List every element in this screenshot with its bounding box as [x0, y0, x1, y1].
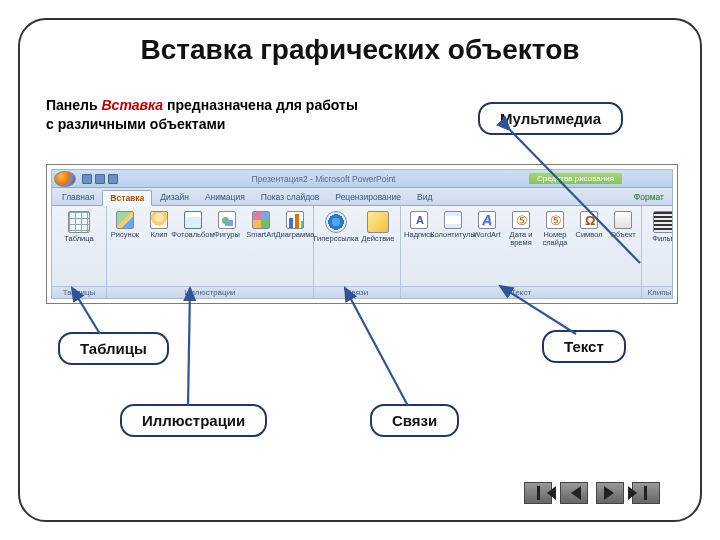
ribbon-btn-Фотоальбом[interactable]: Фотоальбом: [177, 209, 209, 240]
ribbon-btn-Таблица[interactable]: Таблица: [54, 209, 104, 244]
ribbon-btn-Символ[interactable]: Символ: [573, 209, 605, 240]
btn-label: Фильм: [652, 235, 673, 243]
tab-анимация[interactable]: Анимация: [197, 189, 253, 205]
callout-tables: Таблицы: [58, 332, 169, 365]
tab-главная[interactable]: Главная: [54, 189, 102, 205]
context-tab-label: Средства рисования: [529, 173, 622, 184]
album-icon: [184, 211, 202, 229]
group-label: Иллюстрации: [107, 286, 313, 298]
nav-last-button[interactable]: [632, 482, 660, 504]
group-Связи: ГиперссылкаДействиеСвязи: [314, 206, 401, 298]
tab-дизайн[interactable]: Дизайн: [152, 189, 197, 205]
tab-показ слайдов[interactable]: Показ слайдов: [253, 189, 328, 205]
group-label: Таблицы: [52, 286, 106, 298]
smart-icon: [252, 211, 270, 229]
callout-text: Текст: [542, 330, 626, 363]
group-Иллюстрации: РисунокКлипФотоальбомФигурыSmartArtДиагр…: [107, 206, 314, 298]
btn-label: Объект: [610, 231, 636, 239]
group-label: Связи: [314, 286, 400, 298]
ribbon-btn-Гиперссылка[interactable]: Гиперссылка: [316, 209, 356, 244]
ribbon-btn-WordArt[interactable]: WordArt: [471, 209, 503, 240]
ribbon-groups: ТаблицаТаблицыРисунокКлипФотоальбомФигур…: [52, 206, 672, 298]
ribbon-btn-Объект[interactable]: Объект: [607, 209, 639, 240]
nav-prev-button[interactable]: [560, 482, 588, 504]
film-icon: [653, 211, 673, 233]
nav-buttons: [524, 482, 660, 504]
btn-label: Действие: [362, 235, 395, 243]
slide-description: Панель Вставка предназначена для работы …: [46, 96, 366, 134]
callout-multimedia: Мультимедиа: [478, 102, 623, 135]
btn-label: Таблица: [64, 235, 93, 243]
slide-title: Вставка графических объектов: [20, 34, 700, 66]
callout-illustrations: Иллюстрации: [120, 404, 267, 437]
btn-label: Диаграмма: [276, 231, 315, 239]
link-icon: [325, 211, 347, 233]
obj-icon: [614, 211, 632, 229]
btn-label: WordArt: [473, 231, 500, 239]
group-Клипы мультимедиа: ФильмЗвукКлипы мультимедиа: [642, 206, 673, 298]
btn-label: Фигуры: [214, 231, 240, 239]
textbox-icon: [410, 211, 428, 229]
ribbon-btn-Номер слайда[interactable]: Номер слайда: [539, 209, 571, 248]
group-Таблицы: ТаблицаТаблицы: [52, 206, 107, 298]
pic-icon: [116, 211, 134, 229]
ribbon-btn-Действие[interactable]: Действие: [358, 209, 398, 244]
tab-формат[interactable]: Формат: [626, 189, 672, 205]
ribbon-btn-Фильм[interactable]: Фильм: [644, 209, 673, 244]
action-icon: [367, 211, 389, 233]
btn-label: Символ: [575, 231, 602, 239]
btn-label: Рисунок: [111, 231, 139, 239]
wordart-icon: [478, 211, 496, 229]
btn-label: SmartArt: [246, 231, 276, 239]
titlebar: Презентация2 - Microsoft PowerPoint Сред…: [52, 170, 672, 188]
group-label: Текст: [401, 286, 641, 298]
btn-label: Номер слайда: [540, 231, 570, 247]
svg-line-4: [345, 288, 408, 406]
btn-label: Колонтитулы: [430, 231, 476, 239]
btn-label: Дата и время: [506, 231, 536, 247]
group-Текст: НадписьКолонтитулыWordArtДата и времяНом…: [401, 206, 642, 298]
ribbon-btn-Фигуры[interactable]: Фигуры: [211, 209, 243, 240]
date-icon: [546, 211, 564, 229]
sym-icon: [580, 211, 598, 229]
group-label: Клипы мультимедиа: [642, 286, 673, 298]
tab-вставка[interactable]: Вставка: [102, 190, 152, 206]
ribbon-btn-Колонтитулы[interactable]: Колонтитулы: [437, 209, 469, 240]
office-button-icon[interactable]: [54, 171, 76, 187]
clip-icon: [150, 211, 168, 229]
hf-icon: [444, 211, 462, 229]
tab-вид[interactable]: Вид: [409, 189, 440, 205]
svg-line-3: [188, 288, 190, 406]
ribbon-btn-Диаграмма[interactable]: Диаграмма: [279, 209, 311, 240]
nav-next-button[interactable]: [596, 482, 624, 504]
date-icon: [512, 211, 530, 229]
ribbon-btn-Дата и время[interactable]: Дата и время: [505, 209, 537, 248]
ribbon-screenshot: Презентация2 - Microsoft PowerPoint Сред…: [46, 164, 678, 304]
tab-рецензирование[interactable]: Рецензирование: [327, 189, 409, 205]
nav-first-button[interactable]: [524, 482, 552, 504]
quick-access-toolbar[interactable]: [82, 174, 118, 184]
ribbon-tabs: ГлавнаяВставкаДизайнАнимацияПоказ слайдо…: [52, 188, 672, 206]
btn-label: Гиперссылка: [313, 235, 358, 243]
ribbon-btn-SmartArt[interactable]: SmartArt: [245, 209, 277, 240]
btn-label: Фотоальбом: [171, 231, 214, 239]
callout-links: Связи: [370, 404, 459, 437]
window-title: Презентация2 - Microsoft PowerPoint: [118, 174, 529, 184]
table-icon: [68, 211, 90, 233]
chart-icon: [286, 211, 304, 229]
ribbon-btn-Клип[interactable]: Клип: [143, 209, 175, 240]
shapes-icon: [218, 211, 236, 229]
ribbon-btn-Рисунок[interactable]: Рисунок: [109, 209, 141, 240]
slide-frame: Вставка графических объектов Панель Вста…: [18, 18, 702, 522]
btn-label: Клип: [151, 231, 168, 239]
